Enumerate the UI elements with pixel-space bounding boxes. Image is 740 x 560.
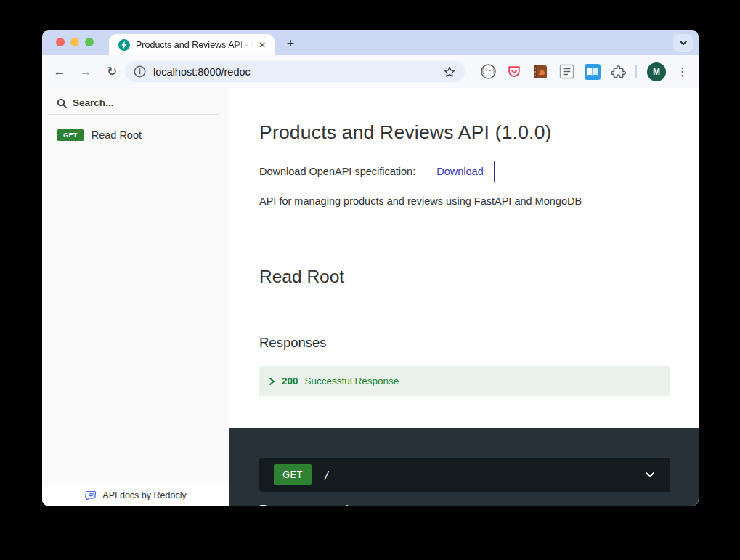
- expand-chevron-icon: [269, 377, 275, 386]
- forward-button[interactable]: →: [73, 59, 99, 85]
- book-extension-icon[interactable]: [580, 60, 606, 84]
- browser-window: Products and Reviews API - R ✕ + ← → ↻ l…: [42, 30, 699, 506]
- redoc-main: Products and Reviews API (1.0.0) Downloa…: [229, 88, 699, 506]
- fastapi-favicon-icon: [118, 39, 130, 51]
- browser-toolbar: ← → ↻ localhost:8000/redoc (··): [42, 55, 699, 88]
- redocly-logo-icon: [85, 490, 97, 501]
- address-bar[interactable]: localhost:8000/redoc: [125, 61, 465, 82]
- search-input[interactable]: [73, 97, 218, 108]
- redocly-footer-link[interactable]: API docs by Redocly: [42, 484, 229, 506]
- tab-strip: Products and Reviews API - R ✕ +: [42, 30, 699, 55]
- download-button[interactable]: Download: [426, 161, 495, 182]
- search-underline: [48, 114, 219, 115]
- sidebar-item-label: Read Root: [92, 129, 142, 141]
- toolbar-separator: [635, 65, 637, 78]
- chevron-down-icon: [645, 471, 655, 478]
- tab-title: Products and Reviews API - R: [136, 40, 253, 50]
- endpoint-path: /: [324, 469, 645, 481]
- api-title: Products and Reviews API (1.0.0): [259, 121, 552, 144]
- close-window-button[interactable]: [56, 38, 65, 46]
- page-content: GET Read Root API docs by Redocly Produc…: [42, 88, 699, 506]
- response-code: 200: [282, 376, 298, 386]
- reload-button[interactable]: ↻: [99, 59, 125, 85]
- endpoint-dropdown[interactable]: GET /: [259, 458, 670, 492]
- responses-heading: Responses: [259, 335, 327, 351]
- pocket-extension-icon[interactable]: [501, 60, 527, 84]
- download-label: Download OpenAPI specification:: [259, 166, 415, 177]
- list-extension-icon[interactable]: [553, 60, 580, 84]
- back-button[interactable]: ←: [46, 59, 73, 85]
- operation-title: Read Root: [259, 267, 344, 287]
- footer-label: API docs by Redocly: [102, 490, 186, 500]
- tab-search-button[interactable]: [673, 34, 693, 52]
- close-tab-icon[interactable]: ✕: [256, 40, 268, 50]
- circle-dashed-extension-icon[interactable]: (··): [475, 60, 501, 84]
- response-200-row[interactable]: 200 Successful Response: [259, 366, 670, 396]
- extensions-puzzle-icon[interactable]: [606, 60, 632, 84]
- notebook-extension-icon[interactable]: [527, 60, 553, 84]
- get-method-badge: GET: [57, 129, 84, 141]
- sidebar-item-read-root[interactable]: GET Read Root: [57, 126, 229, 145]
- redoc-sidebar: GET Read Root API docs by Redocly: [42, 88, 229, 506]
- search-row: [57, 97, 218, 108]
- minimize-window-button[interactable]: [70, 38, 79, 46]
- new-tab-button[interactable]: +: [282, 35, 299, 52]
- api-description: API for managing products and reviews us…: [259, 195, 582, 207]
- browser-tab[interactable]: Products and Reviews API - R ✕: [109, 34, 275, 55]
- response-label: Successful Response: [305, 376, 399, 386]
- profile-avatar[interactable]: M: [647, 62, 666, 81]
- chevron-down-icon: [679, 40, 688, 46]
- get-method-badge: GET: [274, 464, 312, 485]
- maximize-window-button[interactable]: [85, 38, 94, 46]
- url-text: localhost:8000/redoc: [153, 66, 443, 78]
- samples-panel: GET / Response samples: [229, 428, 699, 506]
- download-row: Download OpenAPI specification: Download: [259, 161, 495, 182]
- search-icon: [57, 98, 67, 108]
- extensions-area: (··) M ⋮: [475, 60, 693, 84]
- response-samples-heading: Response samples: [259, 503, 361, 506]
- svg-text:(··): (··): [481, 68, 495, 75]
- bookmark-star-icon[interactable]: [443, 65, 456, 78]
- browser-menu-button[interactable]: ⋮: [672, 65, 693, 78]
- site-info-icon[interactable]: [134, 65, 146, 78]
